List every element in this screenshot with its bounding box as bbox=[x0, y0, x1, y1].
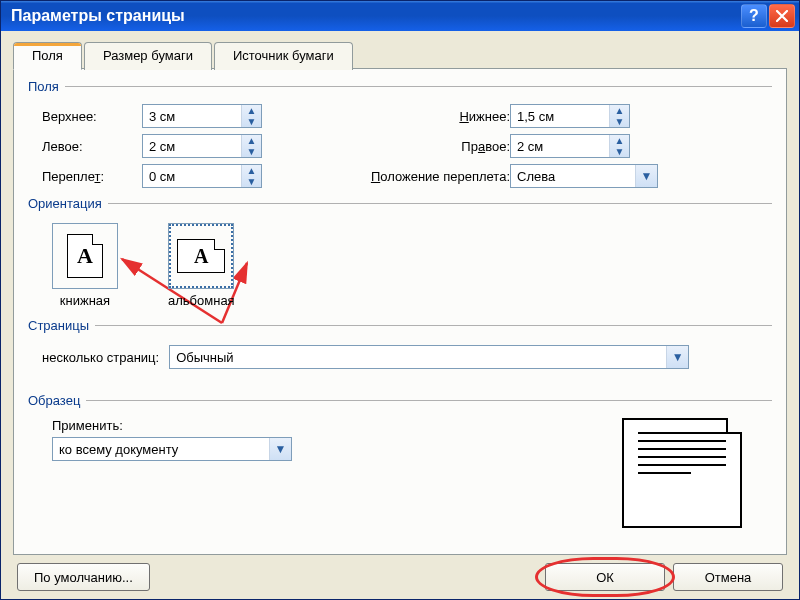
label-gutter-position: Положение переплета: bbox=[330, 169, 510, 184]
dialog-button-row: По умолчанию... ОК Отмена bbox=[13, 555, 787, 591]
ok-button[interactable]: ОК bbox=[545, 563, 665, 591]
input-margin-right-field[interactable] bbox=[511, 135, 609, 157]
input-margin-bottom[interactable]: ▲▼ bbox=[510, 104, 630, 128]
tab-strip: Поля Размер бумаги Источник бумаги bbox=[13, 41, 787, 69]
orientation-landscape[interactable]: A bbox=[168, 223, 234, 289]
input-margin-left-field[interactable] bbox=[143, 135, 241, 157]
spin-up-icon[interactable]: ▲ bbox=[610, 135, 629, 146]
group-margins: Поля bbox=[28, 79, 772, 94]
spin-down-icon[interactable]: ▼ bbox=[242, 116, 261, 127]
default-button[interactable]: По умолчанию... bbox=[17, 563, 150, 591]
label-orientation-portrait: книжная bbox=[60, 293, 110, 308]
spin-down-icon[interactable]: ▼ bbox=[242, 146, 261, 157]
input-gutter-field[interactable] bbox=[143, 165, 241, 187]
label-margin-bottom: Нижнее: bbox=[330, 109, 510, 124]
select-gutter-position[interactable]: Слева ▼ bbox=[510, 164, 658, 188]
spin-up-icon[interactable]: ▲ bbox=[242, 135, 261, 146]
page-landscape-icon: A bbox=[177, 239, 225, 273]
input-margin-bottom-field[interactable] bbox=[511, 105, 609, 127]
chevron-down-icon[interactable]: ▼ bbox=[269, 438, 291, 460]
spin-up-icon[interactable]: ▲ bbox=[242, 165, 261, 176]
label-apply-to: Применить: bbox=[52, 418, 292, 433]
page-portrait-icon: A bbox=[67, 234, 103, 278]
page-preview bbox=[622, 418, 742, 528]
help-button[interactable]: ? bbox=[741, 4, 767, 28]
tab-paper-size[interactable]: Размер бумаги bbox=[84, 42, 212, 70]
input-margin-left[interactable]: ▲▼ bbox=[142, 134, 262, 158]
label-margin-left: Левое: bbox=[42, 139, 142, 154]
tab-panel-margins: Поля Верхнее: ▲▼ Нижнее: ▲▼ Левое: bbox=[13, 68, 787, 555]
select-apply-to[interactable]: ко всему документу ▼ bbox=[52, 437, 292, 461]
label-orientation-landscape: альбомная bbox=[168, 293, 235, 308]
orientation-portrait[interactable]: A bbox=[52, 223, 118, 289]
titlebar: Параметры страницы ? bbox=[1, 1, 799, 31]
window-title: Параметры страницы bbox=[11, 7, 739, 25]
label-gutter: Переплет: bbox=[42, 169, 142, 184]
input-margin-top[interactable]: ▲▼ bbox=[142, 104, 262, 128]
spin-down-icon[interactable]: ▼ bbox=[610, 116, 629, 127]
spin-up-icon[interactable]: ▲ bbox=[242, 105, 261, 116]
spin-down-icon[interactable]: ▼ bbox=[242, 176, 261, 187]
tab-paper-source[interactable]: Источник бумаги bbox=[214, 42, 353, 70]
group-pages: Страницы bbox=[28, 318, 772, 333]
select-multiple-pages[interactable]: Обычный ▼ bbox=[169, 345, 689, 369]
spin-down-icon[interactable]: ▼ bbox=[610, 146, 629, 157]
tab-margins[interactable]: Поля bbox=[13, 42, 82, 70]
group-sample: Образец bbox=[28, 393, 772, 408]
spin-up-icon[interactable]: ▲ bbox=[610, 105, 629, 116]
label-margin-top: Верхнее: bbox=[42, 109, 142, 124]
select-apply-to-value: ко всему документу bbox=[53, 438, 269, 460]
input-gutter[interactable]: ▲▼ bbox=[142, 164, 262, 188]
select-multiple-pages-value: Обычный bbox=[170, 346, 666, 368]
input-margin-right[interactable]: ▲▼ bbox=[510, 134, 630, 158]
label-multiple-pages: несколько страниц: bbox=[42, 350, 159, 365]
label-margin-right: Правое: bbox=[330, 139, 510, 154]
close-button[interactable] bbox=[769, 4, 795, 28]
select-gutter-position-value: Слева bbox=[511, 165, 635, 187]
input-margin-top-field[interactable] bbox=[143, 105, 241, 127]
chevron-down-icon[interactable]: ▼ bbox=[635, 165, 657, 187]
cancel-button[interactable]: Отмена bbox=[673, 563, 783, 591]
group-orientation: Ориентация bbox=[28, 196, 772, 211]
close-icon bbox=[776, 10, 788, 22]
chevron-down-icon[interactable]: ▼ bbox=[666, 346, 688, 368]
